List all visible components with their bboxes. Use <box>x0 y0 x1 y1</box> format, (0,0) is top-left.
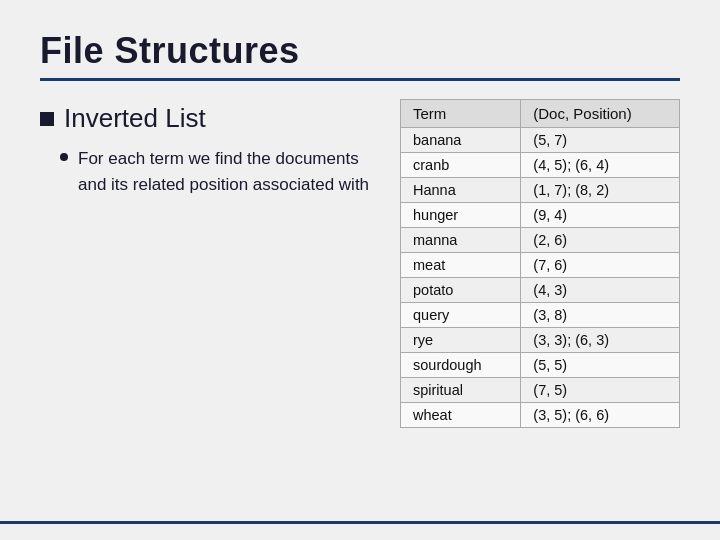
table-row: query(3, 8) <box>401 303 680 328</box>
term-cell: rye <box>401 328 521 353</box>
page-title: File Structures <box>40 30 680 72</box>
content-area: Inverted List For each term we find the … <box>40 99 680 428</box>
position-cell: (5, 5) <box>521 353 680 378</box>
term-cell: banana <box>401 128 521 153</box>
bullet-item: For each term we find the documents and … <box>40 146 380 199</box>
section-heading-label: Inverted List <box>64 103 206 134</box>
term-cell: sourdough <box>401 353 521 378</box>
square-bullet-icon <box>40 112 54 126</box>
right-panel: Term (Doc, Position) banana(5, 7)cranb(4… <box>400 99 680 428</box>
table-row: wheat(3, 5); (6, 6) <box>401 403 680 428</box>
position-cell: (2, 6) <box>521 228 680 253</box>
position-cell: (3, 8) <box>521 303 680 328</box>
bottom-line <box>0 521 720 524</box>
position-cell: (7, 5) <box>521 378 680 403</box>
position-cell: (7, 6) <box>521 253 680 278</box>
term-cell: potato <box>401 278 521 303</box>
inverted-list-table: Term (Doc, Position) banana(5, 7)cranb(4… <box>400 99 680 428</box>
term-cell: meat <box>401 253 521 278</box>
table-row: meat(7, 6) <box>401 253 680 278</box>
table-row: spiritual(7, 5) <box>401 378 680 403</box>
table-header-row: Term (Doc, Position) <box>401 100 680 128</box>
term-cell: spiritual <box>401 378 521 403</box>
position-cell: (9, 4) <box>521 203 680 228</box>
position-cell: (1, 7); (8, 2) <box>521 178 680 203</box>
position-cell: (5, 7) <box>521 128 680 153</box>
bullet-dot-icon <box>60 153 68 161</box>
position-cell: (3, 3); (6, 3) <box>521 328 680 353</box>
col-header-doc-position: (Doc, Position) <box>521 100 680 128</box>
col-header-term: Term <box>401 100 521 128</box>
position-cell: (4, 3) <box>521 278 680 303</box>
table-row: manna(2, 6) <box>401 228 680 253</box>
title-underline <box>40 78 680 81</box>
position-cell: (4, 5); (6, 4) <box>521 153 680 178</box>
table-row: sourdough(5, 5) <box>401 353 680 378</box>
term-cell: hunger <box>401 203 521 228</box>
term-cell: cranb <box>401 153 521 178</box>
term-cell: wheat <box>401 403 521 428</box>
slide: File Structures Inverted List For each t… <box>0 0 720 540</box>
table-row: cranb(4, 5); (6, 4) <box>401 153 680 178</box>
position-cell: (3, 5); (6, 6) <box>521 403 680 428</box>
term-cell: manna <box>401 228 521 253</box>
table-row: hunger(9, 4) <box>401 203 680 228</box>
term-cell: Hanna <box>401 178 521 203</box>
term-cell: query <box>401 303 521 328</box>
table-row: banana(5, 7) <box>401 128 680 153</box>
table-row: rye(3, 3); (6, 3) <box>401 328 680 353</box>
bullet-text: For each term we find the documents and … <box>78 146 380 199</box>
left-panel: Inverted List For each term we find the … <box>40 99 380 199</box>
section-heading: Inverted List <box>40 103 380 134</box>
table-row: Hanna(1, 7); (8, 2) <box>401 178 680 203</box>
table-row: potato(4, 3) <box>401 278 680 303</box>
